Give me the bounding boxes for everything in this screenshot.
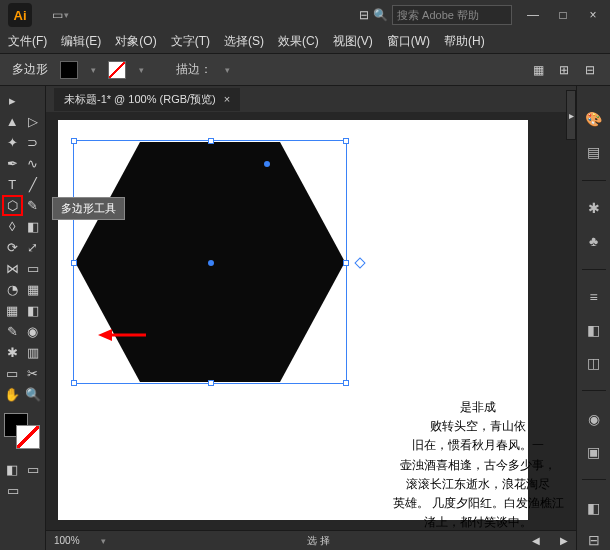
symbol-sprayer-tool[interactable]: ✱: [2, 342, 23, 363]
lasso-tool[interactable]: ⊃: [23, 132, 44, 153]
gradient-panel-icon[interactable]: ◧: [584, 321, 604, 340]
selection-bounding-box[interactable]: [73, 140, 347, 384]
menu-object[interactable]: 对象(O): [115, 33, 156, 50]
layers-panel-icon[interactable]: ◧: [584, 498, 604, 517]
pen-tool[interactable]: ✒: [2, 153, 23, 174]
document-tab[interactable]: 未标题-1* @ 100% (RGB/预览) ×: [54, 88, 240, 111]
stroke-color-swatch[interactable]: [16, 425, 40, 449]
svg-marker-1: [98, 329, 112, 341]
menu-help[interactable]: 帮助(H): [444, 33, 485, 50]
text-block[interactable]: 是非成 败转头空，青山依 旧在，惯看秋月春风。一 壶浊酒喜相逢，古今多少事， 滚…: [368, 398, 576, 530]
stroke-dropdown-icon[interactable]: ▾: [139, 65, 144, 75]
artboards-panel-icon[interactable]: ⊟: [584, 531, 604, 550]
tool-collapse-icon[interactable]: ▸: [2, 90, 23, 111]
menu-view[interactable]: 视图(V): [333, 33, 373, 50]
fill-dropdown-icon[interactable]: ▾: [91, 65, 96, 75]
line-tool[interactable]: ╱: [23, 174, 44, 195]
nav-prev-icon[interactable]: ◀: [532, 535, 540, 546]
search-input[interactable]: 搜索 Adobe 帮助: [392, 5, 512, 25]
title-bar: Ai ▭▾ ⊟ 🔍 搜索 Adobe 帮助 — □ ×: [0, 0, 610, 30]
menu-type[interactable]: 文字(T): [171, 33, 210, 50]
zoom-dropdown-icon[interactable]: ▾: [101, 536, 106, 546]
slice-tool[interactable]: ✂: [23, 363, 44, 384]
shape-name-label: 多边形: [12, 61, 48, 78]
close-button[interactable]: ×: [584, 6, 602, 24]
appearance-panel-icon[interactable]: ◉: [584, 409, 604, 428]
width-tool[interactable]: ⋈: [2, 258, 23, 279]
stroke-swatch[interactable]: [108, 61, 126, 79]
minimize-button[interactable]: —: [524, 6, 542, 24]
workspace-menu-icon[interactable]: ▭▾: [52, 8, 69, 22]
shape-builder-tool[interactable]: ◔: [2, 279, 23, 300]
more-options-icon[interactable]: ⊟: [582, 62, 598, 78]
selection-handle[interactable]: [208, 380, 214, 386]
zoom-tool[interactable]: 🔍: [23, 384, 44, 405]
artboard-tool[interactable]: ▭: [2, 363, 23, 384]
workspace: ▸ ▲ ▷ ✦ ⊃ ✒ ∿ T ╱ ⬡ 多边形工具 ✎ ◊ ◧ ⟳ ⤢: [0, 86, 610, 550]
menu-select[interactable]: 选择(S): [224, 33, 264, 50]
panel-collapse-button[interactable]: ▸: [566, 90, 576, 140]
selection-handle[interactable]: [71, 138, 77, 144]
search-group: ⊟ 🔍 搜索 Adobe 帮助: [359, 5, 512, 25]
nav-next-icon[interactable]: ▶: [560, 535, 568, 546]
screen-mode-icon[interactable]: ▭: [2, 480, 23, 501]
selection-handle[interactable]: [71, 260, 77, 266]
status-bar: 100% ▾ 选 择 ◀ ▶: [46, 530, 576, 550]
color-mode-icon[interactable]: ◧: [2, 459, 23, 480]
menu-effect[interactable]: 效果(C): [278, 33, 319, 50]
fill-swatch[interactable]: [60, 61, 78, 79]
transform-panel-icon[interactable]: ⊞: [556, 62, 572, 78]
menu-file[interactable]: 文件(F): [8, 33, 47, 50]
selection-handle[interactable]: [71, 380, 77, 386]
brushes-panel-icon[interactable]: ✱: [584, 199, 604, 218]
menu-edit[interactable]: 编辑(E): [61, 33, 101, 50]
layout-icon[interactable]: ⊟: [359, 8, 369, 22]
artboard[interactable]: 是非成 败转头空，青山依 旧在，惯看秋月春风。一 壶浊酒喜相逢，古今多少事， 滚…: [58, 120, 528, 520]
selection-tool[interactable]: ▲: [2, 111, 23, 132]
selection-handle[interactable]: [343, 138, 349, 144]
canvas[interactable]: 是非成 败转头空，青山依 旧在，惯看秋月春风。一 壶浊酒喜相逢，古今多少事， 滚…: [46, 112, 576, 530]
tab-close-icon[interactable]: ×: [224, 93, 230, 105]
selection-handle[interactable]: [208, 138, 214, 144]
align-panel-icon[interactable]: ▦: [530, 62, 546, 78]
blend-tool[interactable]: ◉: [23, 321, 44, 342]
selection-handle[interactable]: [343, 380, 349, 386]
transparency-panel-icon[interactable]: ◫: [584, 353, 604, 372]
perspective-tool[interactable]: ▦: [23, 279, 44, 300]
maximize-button[interactable]: □: [554, 6, 572, 24]
color-panel-icon[interactable]: 🎨: [584, 110, 604, 129]
gradient-tool[interactable]: ◧: [23, 300, 44, 321]
shape-anchor[interactable]: [264, 161, 270, 167]
live-corner-widget[interactable]: [354, 257, 365, 268]
fill-stroke-control[interactable]: [2, 413, 43, 453]
menu-window[interactable]: 窗口(W): [387, 33, 430, 50]
rotate-tool[interactable]: ⟳: [2, 237, 23, 258]
polygon-tooltip: 多边形工具: [52, 197, 125, 220]
graph-tool[interactable]: ▥: [23, 342, 44, 363]
center-anchor[interactable]: [208, 260, 214, 266]
curvature-tool[interactable]: ∿: [23, 153, 44, 174]
magic-wand-tool[interactable]: ✦: [2, 132, 23, 153]
scale-tool[interactable]: ⤢: [23, 237, 44, 258]
zoom-level[interactable]: 100%: [54, 535, 80, 546]
shaper-tool[interactable]: ◊: [2, 216, 23, 237]
status-label: 选 择: [126, 534, 512, 548]
stroke-panel-icon[interactable]: ≡: [584, 288, 604, 307]
free-transform-tool[interactable]: ▭: [23, 258, 44, 279]
hand-tool[interactable]: ✋: [2, 384, 23, 405]
direct-selection-tool[interactable]: ▷: [23, 111, 44, 132]
symbols-panel-icon[interactable]: ♣: [584, 232, 604, 251]
mesh-tool[interactable]: ▦: [2, 300, 23, 321]
type-tool[interactable]: T: [2, 174, 23, 195]
eyedropper-tool[interactable]: ✎: [2, 321, 23, 342]
swatches-panel-icon[interactable]: ▤: [584, 143, 604, 162]
stroke-label: 描边：: [176, 61, 212, 78]
properties-bar: 多边形 ▾ ▾ 描边： ▾ ▦ ⊞ ⊟: [0, 54, 610, 86]
draw-mode-icon[interactable]: ▭: [23, 459, 44, 480]
selection-handle[interactable]: [343, 260, 349, 266]
stroke-weight-dropdown-icon[interactable]: ▾: [225, 65, 230, 75]
graphic-styles-panel-icon[interactable]: ▣: [584, 442, 604, 461]
paintbrush-tool[interactable]: ✎: [23, 195, 43, 216]
eraser-tool[interactable]: ◧: [23, 216, 44, 237]
polygon-tool[interactable]: ⬡ 多边形工具: [2, 195, 23, 216]
